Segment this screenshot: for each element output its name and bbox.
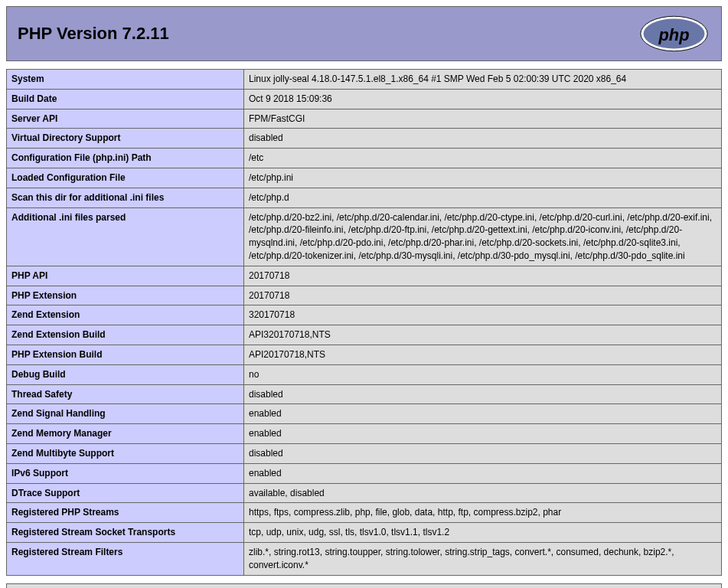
table-row: Scan this dir for additional .ini files/…	[7, 188, 722, 207]
table-row: Loaded Configuration File/etc/php.ini	[7, 168, 722, 188]
info-label: Debug Build	[7, 364, 244, 384]
table-row: Zend Multibyte Supportdisabled	[7, 443, 722, 463]
table-row: PHP API20170718	[7, 266, 722, 286]
info-label: Zend Signal Handling	[7, 404, 244, 424]
info-value: Oct 9 2018 15:09:36	[244, 89, 722, 109]
table-row: Additional .ini files parsed/etc/php.d/2…	[7, 207, 722, 266]
table-row: PHP Extension20170718	[7, 286, 722, 305]
info-value: tcp, udp, unix, udg, ssl, tls, tlsv1.0, …	[244, 523, 722, 543]
info-label: DTrace Support	[7, 483, 244, 503]
table-row: Zend Extension320170718	[7, 305, 722, 325]
info-value: 20170718	[244, 286, 722, 305]
info-value: enabled	[244, 463, 722, 483]
table-row: Debug Buildno	[7, 364, 722, 384]
table-row: PHP Extension BuildAPI20170718,NTS	[7, 345, 722, 364]
info-value: 20170718	[244, 266, 722, 286]
svg-text:php: php	[658, 25, 690, 44]
phpinfo-header: PHP Version 7.2.11 php	[6, 6, 722, 61]
info-value: no	[244, 364, 722, 384]
table-row: SystemLinux jolly-seal 4.18.0-147.5.1.el…	[7, 70, 722, 90]
zend-engine-box: This program makes use of the Zend Scrip…	[6, 583, 722, 588]
info-label: Loaded Configuration File	[7, 168, 244, 188]
info-label: PHP Extension Build	[7, 345, 244, 364]
table-row: Server APIFPM/FastCGI	[7, 109, 722, 129]
info-label: IPv6 Support	[7, 463, 244, 483]
info-label: Server API	[7, 109, 244, 129]
info-value: disabled	[244, 443, 722, 463]
info-value: disabled	[244, 384, 722, 404]
table-row: DTrace Supportavailable, disabled	[7, 483, 722, 503]
info-label: Thread Safety	[7, 384, 244, 404]
info-label: Virtual Directory Support	[7, 129, 244, 149]
table-row: Build DateOct 9 2018 15:09:36	[7, 89, 722, 109]
info-label: Zend Extension Build	[7, 325, 244, 345]
info-value: enabled	[244, 424, 722, 444]
info-label: System	[7, 70, 244, 90]
info-label: Registered Stream Socket Transports	[7, 523, 244, 543]
table-row: Registered Stream Filterszlib.*, string.…	[7, 542, 722, 575]
info-label: Zend Memory Manager	[7, 424, 244, 444]
info-value: API320170718,NTS	[244, 325, 722, 345]
info-label: Registered PHP Streams	[7, 503, 244, 523]
info-label: Scan this dir for additional .ini files	[7, 188, 244, 207]
info-label: PHP Extension	[7, 286, 244, 305]
info-label: Configuration File (php.ini) Path	[7, 149, 244, 168]
info-value: API20170718,NTS	[244, 345, 722, 364]
info-value: zlib.*, string.rot13, string.toupper, st…	[244, 542, 722, 575]
php-version-title: PHP Version 7.2.11	[18, 24, 169, 44]
info-value: disabled	[244, 129, 722, 149]
table-row: Virtual Directory Supportdisabled	[7, 129, 722, 149]
info-value: available, disabled	[244, 483, 722, 503]
info-label: Registered Stream Filters	[7, 542, 244, 575]
info-label: Zend Extension	[7, 305, 244, 325]
table-row: Registered Stream Socket Transportstcp, …	[7, 523, 722, 543]
table-row: IPv6 Supportenabled	[7, 463, 722, 483]
info-value: https, ftps, compress.zlib, php, file, g…	[244, 503, 722, 523]
info-value: FPM/FastCGI	[244, 109, 722, 129]
info-label: Build Date	[7, 89, 244, 109]
info-label: Zend Multibyte Support	[7, 443, 244, 463]
info-value: 320170718	[244, 305, 722, 325]
info-value: /etc/php.d	[244, 188, 722, 207]
info-value: /etc	[244, 149, 722, 168]
info-value: enabled	[244, 404, 722, 424]
table-row: Zend Memory Managerenabled	[7, 424, 722, 444]
table-row: Configuration File (php.ini) Path/etc	[7, 149, 722, 168]
info-label: PHP API	[7, 266, 244, 286]
php-logo-icon: php	[638, 15, 710, 53]
table-row: Zend Extension BuildAPI320170718,NTS	[7, 325, 722, 345]
info-value: Linux jolly-seal 4.18.0-147.5.1.el8_1.x8…	[244, 70, 722, 90]
info-value: /etc/php.ini	[244, 168, 722, 188]
table-row: Registered PHP Streamshttps, ftps, compr…	[7, 503, 722, 523]
phpinfo-table: SystemLinux jolly-seal 4.18.0-147.5.1.el…	[6, 69, 722, 576]
info-value: /etc/php.d/20-bz2.ini, /etc/php.d/20-cal…	[244, 207, 722, 266]
table-row: Thread Safetydisabled	[7, 384, 722, 404]
info-label: Additional .ini files parsed	[7, 207, 244, 266]
table-row: Zend Signal Handlingenabled	[7, 404, 722, 424]
